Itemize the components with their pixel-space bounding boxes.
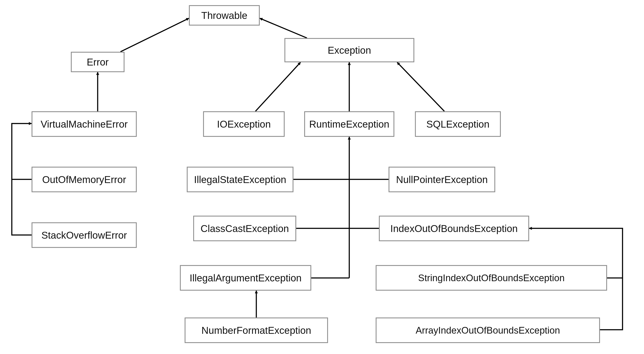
edge-soe-vme: [12, 124, 32, 235]
node-numberformatexception: NumberFormatException: [184, 317, 328, 343]
edge-exception-throwable: [260, 18, 307, 38]
diagram-stage: Throwable Error Exception VirtualMachine…: [0, 0, 644, 354]
node-exception: Exception: [284, 38, 414, 62]
node-outofmemoryerror: OutOfMemoryError: [32, 167, 137, 192]
node-nullpointerexception: NullPointerException: [388, 167, 495, 192]
node-runtimeexception: RuntimeException: [304, 111, 394, 137]
node-illegalargumentexception: IllegalArgumentException: [180, 265, 311, 291]
node-sqlexception: SQLException: [415, 111, 501, 137]
node-arrayioobe: ArrayIndexOutOfBoundsException: [376, 317, 600, 343]
edge-error-throwable: [120, 18, 189, 52]
edge-ioexception-exception: [256, 62, 300, 111]
node-throwable: Throwable: [189, 5, 260, 26]
node-classcastexception: ClassCastException: [193, 216, 296, 241]
node-indexoutofboundsexception: IndexOutOfBoundsException: [379, 216, 529, 241]
node-error: Error: [71, 52, 124, 72]
node-illegalstateexception: IllegalStateException: [187, 167, 294, 192]
node-virtualmachineerror: VirtualMachineError: [32, 111, 137, 137]
edge-sql-exception: [397, 62, 444, 111]
node-stackoverflowerror: StackOverflowError: [32, 222, 137, 248]
node-stringioobe: StringIndexOutOfBoundsException: [376, 265, 607, 291]
node-ioexception: IOException: [203, 111, 285, 137]
